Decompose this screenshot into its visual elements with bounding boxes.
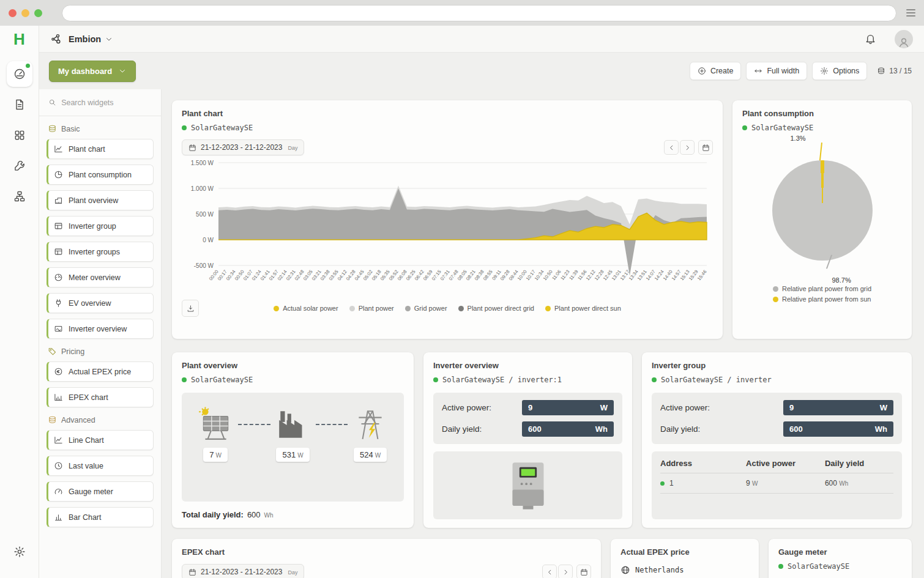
widget-item[interactable]: Bar Chart: [47, 507, 154, 527]
widget-item[interactable]: Line Chart: [47, 430, 154, 450]
calendar-button[interactable]: [576, 565, 591, 578]
value-badge: 9 W: [522, 400, 614, 415]
widget-count: 13 / 15: [877, 67, 912, 75]
widget-item[interactable]: Inverter group: [47, 216, 154, 236]
value-badge: 600 Wh: [522, 421, 614, 437]
widget-item[interactable]: Actual EPEX price: [47, 361, 154, 382]
plus-circle-icon: [698, 67, 706, 75]
widget-title: Actual EPEX price: [620, 547, 749, 557]
tag-icon: [48, 347, 57, 356]
widget-item[interactable]: Plant overview: [47, 190, 154, 210]
grid-power-chip: 524 W: [354, 448, 387, 462]
next-period-button[interactable]: [558, 565, 573, 578]
prev-period-button[interactable]: [542, 565, 557, 578]
date-range-text: 21-12-2023 - 21-12-2023: [201, 143, 282, 152]
window-close-button[interactable]: [9, 9, 17, 17]
dashboard-toolbar: My dashboard Create Full width Options 1…: [39, 53, 924, 89]
report-icon: [13, 98, 26, 111]
app-logo[interactable]: H: [13, 26, 25, 53]
download-icon: [187, 305, 195, 313]
create-button[interactable]: Create: [690, 62, 742, 80]
legend-item[interactable]: Relative plant power from sun: [773, 295, 871, 303]
sitemap-icon: [13, 190, 26, 202]
solar-power-chip: 7 W: [203, 448, 228, 462]
widget-item[interactable]: Plant consumption: [47, 165, 154, 185]
inverter-image: [433, 451, 622, 519]
layers-icon: [48, 124, 57, 133]
nav-rail: H: [0, 26, 39, 578]
stat-daily-yield: Daily yield: 600 Wh: [660, 421, 893, 437]
window-controls: [9, 9, 47, 17]
avatar[interactable]: [895, 30, 913, 48]
window-zoom-button[interactable]: [34, 9, 42, 17]
device-name: SolarGatewaySE / inverter: [661, 376, 772, 384]
table-icon: [54, 221, 63, 231]
options-button[interactable]: Options: [812, 62, 867, 80]
speedometer-icon: [13, 68, 26, 80]
browser-menu-icon[interactable]: [906, 7, 915, 18]
arrow-left-icon: [546, 568, 554, 576]
plant-diagram: 7 W: [182, 393, 404, 502]
widget-actual-epex-price: Actual EPEX price Netherlands: [611, 539, 759, 578]
widget-item[interactable]: Inverter overview: [47, 319, 154, 339]
region-name: Netherlands: [635, 566, 684, 574]
clock-icon: [54, 461, 63, 470]
nav-dashboard[interactable]: [7, 61, 32, 87]
widget-item[interactable]: Meter overview: [47, 267, 154, 287]
widget-search: [39, 89, 161, 116]
stat-active-power: Active power: 9 W: [442, 400, 614, 415]
active-indicator-dot: [26, 64, 30, 68]
apps-icon: [13, 129, 26, 141]
nav-sitemap[interactable]: [7, 183, 32, 209]
stat-active-power: Active power: 9 W: [660, 400, 893, 415]
date-range-picker[interactable]: 21-12-2023 - 21-12-2023 Day: [182, 139, 304, 155]
person-icon: [898, 36, 910, 48]
app-header: Embion: [39, 26, 924, 53]
org-selector[interactable]: Embion: [69, 34, 113, 44]
chevron-down-icon: [118, 67, 127, 75]
date-range-picker[interactable]: 21-12-2023 - 21-12-2023 Day: [182, 564, 304, 578]
calendar-button[interactable]: [698, 140, 713, 155]
widget-item[interactable]: Inverter groups: [47, 242, 154, 262]
legend-item[interactable]: Plant power direct grid: [458, 305, 534, 312]
widget-epex-chart: EPEX chart 21-12-2023 - 21-12-2023 Day: [172, 539, 601, 578]
solar-panel-icon: [198, 406, 233, 442]
nav-tools[interactable]: [7, 153, 32, 179]
inverter-icon: [54, 324, 63, 333]
legend-item[interactable]: Actual solar power: [274, 305, 338, 312]
building-icon: [54, 196, 63, 205]
table-row[interactable]: 19 W600 Wh: [660, 473, 893, 494]
svg-text:1.000 W: 1.000 W: [191, 185, 214, 192]
legend-item[interactable]: Relative plant power from grid: [773, 285, 871, 292]
legend-item[interactable]: Plant power: [349, 305, 394, 312]
full-width-button[interactable]: Full width: [746, 62, 807, 80]
gear-icon: [820, 67, 829, 75]
calendar-icon: [580, 568, 588, 576]
nav-reports[interactable]: [7, 92, 32, 117]
download-button[interactable]: [182, 300, 199, 317]
widget-item[interactable]: Plant chart: [47, 139, 154, 159]
widget-item[interactable]: Last value: [47, 456, 154, 476]
legend-item[interactable]: Plant power direct sun: [545, 305, 621, 312]
next-period-button[interactable]: [680, 140, 695, 155]
bell-icon[interactable]: [865, 33, 876, 45]
nav-settings[interactable]: [7, 539, 32, 565]
nav-apps[interactable]: [7, 122, 32, 148]
widget-item[interactable]: EPEX chart: [47, 387, 154, 407]
legend-item[interactable]: Grid power: [405, 305, 447, 312]
device-name: SolarGatewaySE: [191, 124, 253, 132]
status-dot: [182, 125, 187, 130]
browser-url-bar[interactable]: [62, 5, 896, 21]
calendar-icon: [188, 144, 196, 152]
search-input[interactable]: [61, 98, 152, 107]
dashboard-selector-button[interactable]: My dashboard: [49, 61, 136, 82]
solar-node: 7 W: [198, 406, 233, 462]
prev-period-button[interactable]: [664, 140, 679, 155]
legend-dot: [545, 306, 551, 311]
widget-item[interactable]: Gauge meter: [47, 481, 154, 502]
connector-line: [238, 424, 270, 425]
window-minimize-button[interactable]: [21, 9, 29, 17]
date-mode: Day: [288, 145, 297, 152]
widget-item[interactable]: EV overview: [47, 293, 154, 313]
arrow-right-icon: [562, 568, 570, 576]
